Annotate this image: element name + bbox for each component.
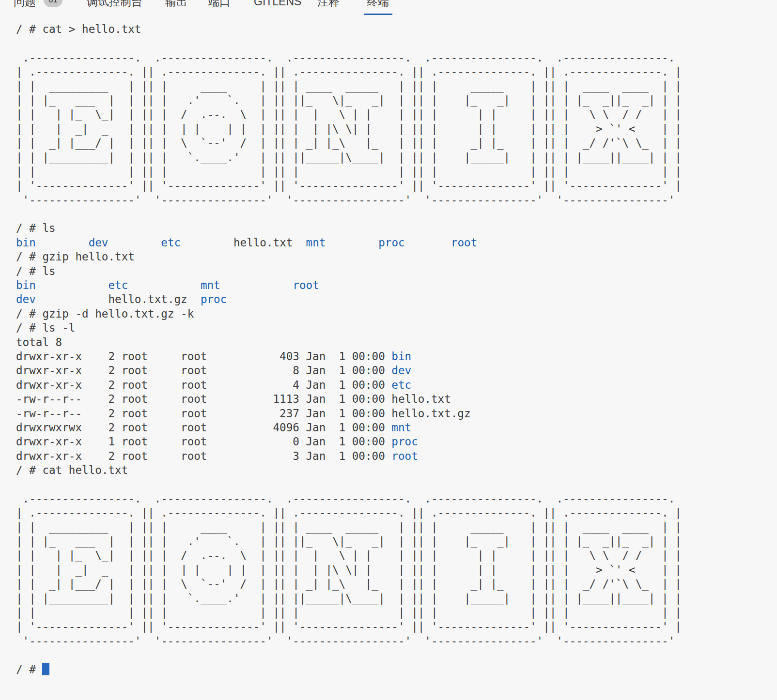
terminal-line: / # gzip hello.txt: [16, 250, 682, 264]
directory-name: root: [293, 279, 319, 291]
terminal-line: drwxr-xr-x 2 root root 4 Jan 1 00:00 etc: [16, 378, 682, 392]
directory-name: mnt: [201, 279, 220, 291]
directory-name: dev: [89, 236, 109, 249]
terminal-line: | | | || | | || | | || | | || | | |: [16, 165, 682, 179]
terminal-line: drwxrwxrwx 2 root root 4096 Jan 1 00:00 …: [16, 421, 682, 435]
terminal-line: / # gzip -d hello.txt.gz -k: [16, 307, 682, 321]
terminal-line: / # ls: [16, 264, 682, 278]
terminal-line: .----------------. .----------------. .-…: [16, 492, 682, 506]
tab-debug-console[interactable]: 调试控制台: [87, 0, 142, 9]
directory-name: dev: [391, 364, 411, 377]
terminal-line: [16, 36, 682, 50]
terminal-line: bin etc mnt root: [16, 278, 682, 292]
terminal-line: -rw-r--r-- 2 root root 237 Jan 1 00:00 h…: [16, 407, 682, 421]
problems-count-badge: 61: [44, 0, 62, 7]
active-tab-indicator: [364, 14, 392, 15]
terminal-line: | | |_ ___ | | || | .' `. | || ||_ \|_ _…: [16, 93, 682, 107]
terminal-line: [16, 207, 682, 221]
terminal-line: [16, 478, 682, 492]
directory-name: root: [391, 450, 418, 462]
terminal-line: .----------------. .----------------. .-…: [16, 51, 682, 65]
terminal-line: drwxr-xr-x 2 root root 8 Jan 1 00:00 dev: [16, 364, 682, 378]
terminal-line: '----------------' '----------------' '-…: [16, 193, 682, 207]
terminal-line: [16, 648, 682, 662]
terminal-line: drwxr-xr-x 2 root root 3 Jan 1 00:00 roo…: [16, 449, 682, 463]
directory-name: proc: [391, 435, 418, 448]
terminal-line: | '--------------' || '--------------' |…: [16, 620, 682, 634]
terminal-line: '----------------' '----------------' '-…: [16, 634, 682, 648]
tab-problems[interactable]: 问题: [14, 0, 36, 9]
terminal-line: | | |_________| | || | `.____.' | || ||_…: [16, 592, 682, 606]
panel-tab-bar: 问题 61 调试控制台 输出 端口 GITLENS 注释 终端: [0, 0, 777, 19]
terminal-line: | '--------------' || '--------------' |…: [16, 179, 682, 193]
terminal-line: | | | || | | || | | || | | || | | |: [16, 606, 682, 620]
terminal-cursor: [42, 663, 49, 675]
tab-gitlens[interactable]: GITLENS: [254, 0, 301, 9]
directory-name: root: [451, 236, 477, 249]
directory-name: proc: [201, 293, 227, 305]
terminal-line: | | _________ | || | ____ | || | ____ __…: [16, 79, 682, 93]
directory-name: mnt: [391, 421, 411, 434]
terminal-line: | | |_________| | || | `.____.' | || ||_…: [16, 151, 682, 165]
tab-ports[interactable]: 端口: [208, 0, 231, 9]
directory-name: etc: [391, 379, 411, 391]
terminal-line: bin dev etc hello.txt mnt proc root: [16, 236, 682, 250]
directory-name: bin: [391, 350, 411, 363]
terminal-line: | | |_ ___ | | || | .' `. | || ||_ \|_ _…: [16, 534, 682, 548]
tab-comments[interactable]: 注释: [317, 0, 340, 9]
terminal-output[interactable]: / # cat > hello.txt .----------------. .…: [16, 22, 682, 677]
terminal-line: / # ls -l: [16, 321, 682, 335]
terminal-line: / # cat hello.txt: [16, 463, 682, 477]
directory-name: etc: [161, 236, 181, 249]
terminal-line: / # cat > hello.txt: [16, 22, 682, 36]
terminal-line: | | | |_ \_| | || | / .--. \ | || | | \ …: [16, 548, 682, 563]
terminal-line: / # ls: [16, 221, 682, 235]
directory-name: dev: [16, 293, 36, 305]
directory-name: bin: [16, 236, 36, 249]
terminal-line: -rw-r--r-- 2 root root 1113 Jan 1 00:00 …: [16, 392, 682, 406]
terminal-line: drwxr-xr-x 2 root root 403 Jan 1 00:00 b…: [16, 350, 682, 364]
terminal-line: | | _________ | || | ____ | || | ____ __…: [16, 520, 682, 534]
terminal-line: | | | |_ \_| | || | / .--. \ | || | | \ …: [16, 107, 682, 122]
directory-name: etc: [108, 279, 128, 291]
directory-name: bin: [16, 279, 36, 291]
terminal-line: dev hello.txt.gz proc: [16, 292, 682, 306]
terminal-line: / #: [16, 663, 682, 677]
terminal-line: | .--------------. || .--------------. |…: [16, 506, 682, 520]
tab-terminal[interactable]: 终端: [367, 0, 389, 9]
tab-output[interactable]: 输出: [165, 0, 187, 9]
terminal-line: drwxr-xr-x 1 root root 0 Jan 1 00:00 pro…: [16, 435, 682, 449]
directory-name: mnt: [306, 236, 326, 249]
directory-name: proc: [378, 236, 404, 249]
terminal-line: | | | _| _ | || | | | | | | || | | |\ \|…: [16, 122, 682, 136]
terminal-line: total 8: [16, 335, 682, 350]
terminal-line: | | _| |___/ | | || | \ `--' / | || | _|…: [16, 136, 682, 150]
terminal-line: | | | _| _ | || | | | | | | || | | |\ \|…: [16, 563, 682, 577]
terminal-line: | .--------------. || .--------------. |…: [16, 65, 682, 79]
terminal-line: | | _| |___/ | | || | \ `--' / | || | _|…: [16, 577, 682, 591]
